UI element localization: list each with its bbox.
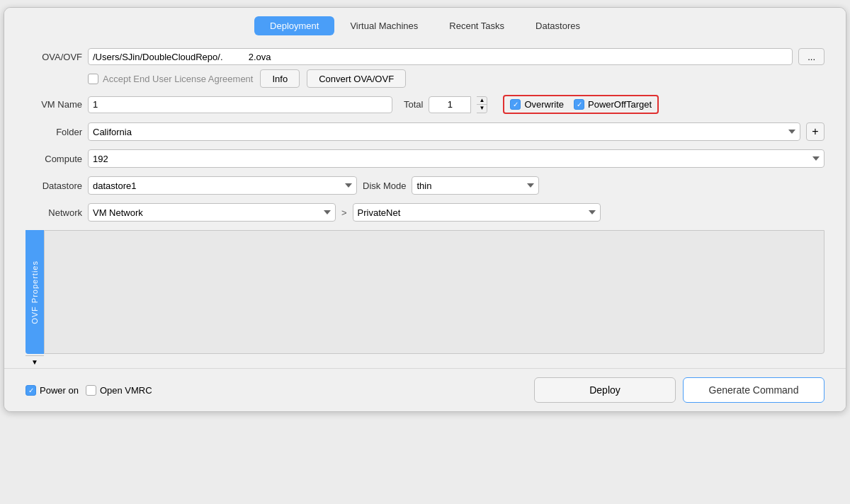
eula-checkbox[interactable] [88, 74, 98, 84]
total-label: Total [404, 99, 423, 110]
compute-row: Compute 192 [26, 149, 824, 168]
ovf-sidebar[interactable]: OVF Properties [26, 230, 44, 354]
vmname-row: VM Name Total ▲ ▼ ✓ Overwrite ✓ PowerOff… [26, 95, 824, 114]
power-on-checkbox[interactable]: ✓ [26, 385, 36, 396]
compute-dropdown[interactable]: 192 [88, 149, 824, 168]
ovf-lower: OVF Properties [26, 230, 824, 354]
add-folder-button[interactable]: + [806, 122, 824, 141]
folder-row: Folder California + [26, 122, 824, 141]
ova-path-input[interactable] [88, 48, 793, 65]
poweroff-item: ✓ PowerOffTarget [574, 99, 652, 110]
tab-bar: Deployment Virtual Machines Recent Tasks… [4, 8, 846, 35]
datastore-row: Datastore datastore1 Disk Mode thin [26, 176, 824, 195]
total-stepper: ▲ ▼ [477, 96, 487, 113]
open-vmrc-checkbox[interactable] [86, 385, 96, 396]
power-on-label: Power on [40, 385, 79, 396]
total-input[interactable] [429, 96, 471, 113]
generate-command-button[interactable]: Generate Command [683, 377, 824, 403]
ova-row: OVA/OVF ... [26, 48, 824, 65]
stepper-up[interactable]: ▲ [477, 97, 487, 105]
form-content: OVA/OVF ... Accept End User License Agre… [4, 35, 846, 222]
convert-button[interactable]: Convert OVA/OVF [307, 69, 406, 88]
network-arrow: > [341, 207, 347, 218]
deploy-button[interactable]: Deploy [534, 377, 676, 403]
eula-row: Accept End User License Agreement [88, 74, 253, 84]
ova-section: OVA/OVF ... Accept End User License Agre… [26, 48, 824, 88]
eula-label: Accept End User License Agreement [103, 74, 253, 84]
info-button[interactable]: Info [260, 69, 300, 88]
open-vmrc-row: Open VMRC [86, 385, 152, 396]
vmname-input[interactable] [88, 96, 392, 113]
ova-sub-row: Accept End User License Agreement Info C… [88, 69, 824, 88]
poweroff-label: PowerOffTarget [588, 99, 652, 110]
datastore-dropdown[interactable]: datastore1 [88, 176, 357, 195]
ova-label: OVA/OVF [26, 52, 82, 62]
network-target-dropdown[interactable]: PrivateNet [353, 203, 601, 222]
overwrite-label: Overwrite [524, 99, 564, 110]
disk-mode-label: Disk Mode [363, 181, 406, 191]
open-vmrc-label: Open VMRC [100, 385, 152, 396]
compute-label: Compute [26, 154, 82, 164]
scroll-down-row: ▼ [26, 354, 824, 368]
overwrite-item: ✓ Overwrite [510, 99, 564, 110]
stepper-down[interactable]: ▼ [477, 105, 487, 113]
disk-mode-dropdown[interactable]: thin [412, 176, 539, 195]
poweroff-checkbox[interactable]: ✓ [574, 99, 584, 110]
tab-datastores[interactable]: Datastores [520, 16, 596, 35]
vmname-label: VM Name [26, 99, 82, 110]
overwrite-poweroff-group: ✓ Overwrite ✓ PowerOffTarget [503, 95, 659, 114]
tab-recent-tasks[interactable]: Recent Tasks [434, 16, 520, 35]
network-row: Network VM Network > PrivateNet [26, 203, 824, 222]
folder-dropdown[interactable]: California [88, 122, 800, 141]
bottom-bar: ✓ Power on Open VMRC Deploy Generate Com… [4, 368, 846, 411]
ovf-content-area [44, 230, 824, 354]
power-on-row: ✓ Power on [26, 385, 79, 396]
network-label: Network [26, 207, 82, 218]
datastore-label: Datastore [26, 181, 82, 191]
tab-virtual-machines[interactable]: Virtual Machines [334, 16, 434, 35]
scroll-down-arrow-icon: ▼ [31, 358, 38, 366]
folder-label: Folder [26, 127, 82, 137]
network-source-dropdown[interactable]: VM Network [88, 203, 336, 222]
ovf-sidebar-label: OVF Properties [30, 260, 39, 324]
ovf-section: OVF Properties ▼ [26, 230, 824, 368]
overwrite-checkbox[interactable]: ✓ [510, 99, 521, 110]
browse-button[interactable]: ... [798, 48, 824, 65]
scroll-down-button[interactable]: ▼ [26, 355, 44, 368]
tab-deployment[interactable]: Deployment [254, 16, 334, 35]
